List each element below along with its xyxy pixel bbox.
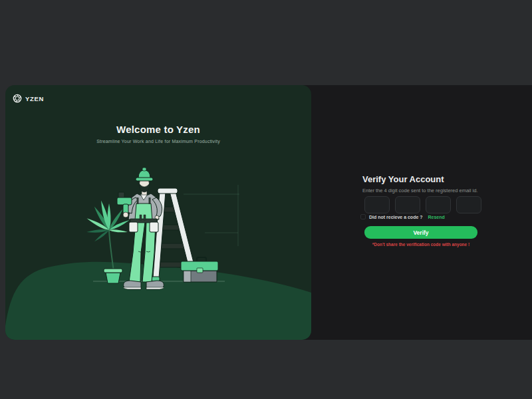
logo-text: YZEN [25,95,44,102]
verify-subtitle: Enter the 4 digit code sent to the regis… [362,188,477,194]
verify-title: Verify Your Account [362,174,444,184]
resend-row: Did not recieve a code ? Resend [360,214,445,219]
welcome-title: Welcome to Yzen [5,124,311,135]
welcome-subtitle: Streamline Your Work and Life for Maximu… [5,139,311,144]
toolbox-illustration [181,257,218,282]
code-digit-input-1[interactable] [364,196,390,213]
verify-panel: Verify Your Account Enter the 4 digit co… [303,85,532,340]
code-input-group [364,196,481,213]
code-digit-input-3[interactable] [426,196,451,213]
screen: Verify Your Account Enter the 4 digit co… [0,0,532,399]
resend-question: Did not recieve a code ? [369,215,423,219]
branding-panel: YZEN Welcome to Yzen Streamline Your Wor… [5,85,311,340]
code-digit-input-4[interactable] [456,196,481,213]
wall-lines [184,185,239,246]
resend-checkbox[interactable] [360,214,366,219]
resend-link[interactable]: Resend [428,215,445,219]
code-digit-input-2[interactable] [395,196,420,213]
welcome-block: Welcome to Yzen Streamline Your Work and… [5,124,311,144]
aperture-logo-icon [13,94,22,103]
logo: YZEN [13,94,44,103]
verify-button[interactable]: Verify [364,226,477,239]
verify-warning: *Don't share the verification code with … [364,242,477,247]
